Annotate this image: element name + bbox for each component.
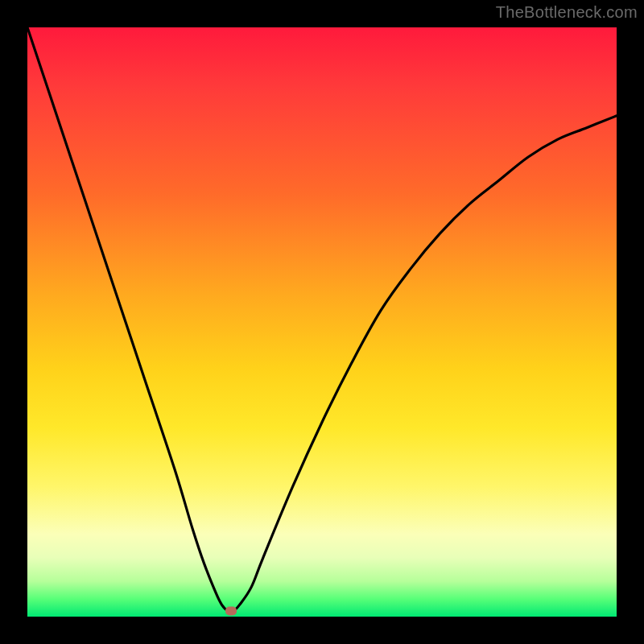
- watermark-text: TheBottleneck.com: [496, 3, 638, 22]
- chart-container: TheBottleneck.com: [0, 0, 644, 644]
- plot-area: [27, 27, 617, 617]
- minimum-marker: [225, 606, 237, 615]
- bottleneck-curve: [27, 27, 617, 617]
